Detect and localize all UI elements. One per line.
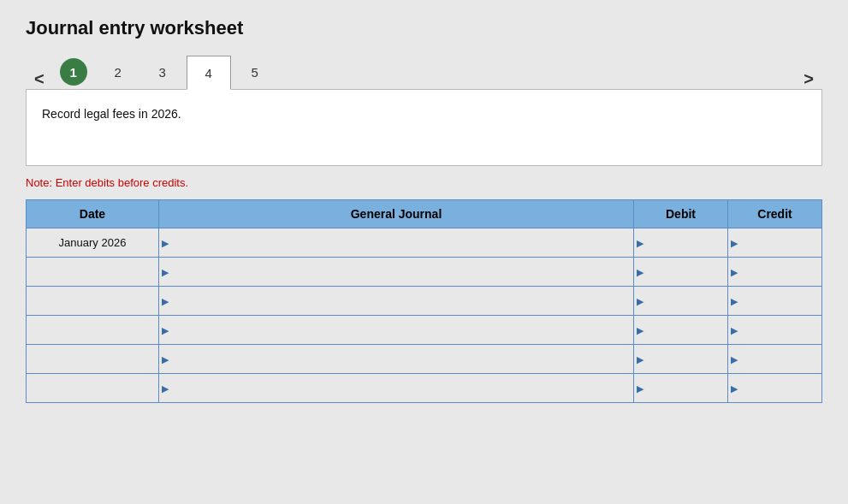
- credit-cell-4[interactable]: ▶: [728, 345, 822, 374]
- debit-input-2[interactable]: [637, 287, 724, 315]
- date-cell-5: [27, 374, 159, 403]
- journal-cell-0[interactable]: ▶: [159, 228, 634, 258]
- credit-arrow-1: ▶: [731, 266, 738, 277]
- journal-arrow-0: ▶: [162, 237, 169, 248]
- journal-cell-1[interactable]: ▶: [159, 258, 634, 287]
- journal-input-0[interactable]: [163, 228, 630, 257]
- tab-3[interactable]: 3: [142, 55, 183, 89]
- debit-input-5[interactable]: [637, 374, 724, 402]
- debit-cell-5[interactable]: ▶: [634, 374, 728, 403]
- header-credit: Credit: [728, 200, 822, 228]
- credit-arrow-2: ▶: [731, 295, 738, 306]
- date-cell-2: [27, 287, 159, 316]
- table-header-row: Date General Journal Debit Credit: [27, 200, 822, 228]
- debit-cell-3[interactable]: ▶: [634, 316, 728, 345]
- header-journal: General Journal: [159, 200, 634, 228]
- credit-arrow-4: ▶: [731, 353, 738, 365]
- debit-input-1[interactable]: [637, 258, 724, 286]
- tab-5[interactable]: 5: [234, 55, 276, 89]
- debit-cell-0[interactable]: ▶: [634, 228, 728, 258]
- credit-input-1[interactable]: [732, 258, 818, 286]
- date-cell-1: [27, 258, 159, 287]
- table-row: ▶▶▶: [27, 374, 822, 403]
- journal-arrow-5: ▶: [162, 382, 169, 394]
- header-date: Date: [27, 200, 159, 228]
- credit-cell-1[interactable]: ▶: [728, 258, 822, 287]
- note-text: Note: Enter debits before credits.: [26, 176, 822, 189]
- credit-cell-3[interactable]: ▶: [728, 316, 822, 345]
- journal-cell-4[interactable]: ▶: [159, 345, 634, 374]
- header-debit: Debit: [634, 200, 728, 228]
- journal-arrow-1: ▶: [162, 266, 169, 277]
- debit-arrow-1: ▶: [637, 266, 643, 277]
- credit-input-2[interactable]: [732, 287, 818, 315]
- credit-input-4[interactable]: [732, 345, 818, 373]
- debit-input-3[interactable]: [637, 316, 724, 344]
- journal-arrow-4: ▶: [162, 353, 169, 365]
- journal-arrow-3: ▶: [162, 324, 169, 335]
- date-cell-3: [27, 316, 159, 345]
- journal-input-5[interactable]: [163, 374, 630, 402]
- table-row: ▶▶▶: [27, 345, 822, 374]
- journal-cell-5[interactable]: ▶: [159, 374, 634, 403]
- journal-cell-3[interactable]: ▶: [159, 316, 634, 345]
- debit-arrow-5: ▶: [637, 382, 643, 394]
- next-arrow[interactable]: >: [795, 69, 822, 89]
- credit-cell-5[interactable]: ▶: [728, 374, 822, 403]
- debit-cell-1[interactable]: ▶: [634, 258, 728, 287]
- debit-cell-4[interactable]: ▶: [634, 345, 728, 374]
- debit-input-0[interactable]: [637, 228, 724, 257]
- credit-input-5[interactable]: [732, 374, 818, 402]
- debit-arrow-0: ▶: [637, 237, 643, 248]
- tabs-area: 1 2 3 4 5: [53, 55, 796, 89]
- tab-1[interactable]: 1: [53, 55, 94, 89]
- debit-arrow-3: ▶: [637, 324, 643, 335]
- journal-cell-2[interactable]: ▶: [159, 287, 634, 316]
- credit-input-3[interactable]: [732, 316, 818, 344]
- description-box: Record legal fees in 2026.: [26, 89, 822, 166]
- date-cell-4: [27, 345, 159, 374]
- debit-cell-2[interactable]: ▶: [634, 287, 728, 316]
- journal-input-1[interactable]: [163, 258, 630, 286]
- credit-cell-2[interactable]: ▶: [728, 287, 822, 316]
- credit-input-0[interactable]: [732, 228, 818, 257]
- journal-arrow-2: ▶: [162, 295, 169, 306]
- journal-input-3[interactable]: [163, 316, 630, 344]
- credit-arrow-0: ▶: [731, 237, 738, 248]
- journal-table: Date General Journal Debit Credit Januar…: [26, 199, 822, 403]
- page-title: Journal entry worksheet: [26, 17, 822, 39]
- debit-input-4[interactable]: [637, 345, 724, 373]
- tab-2[interactable]: 2: [98, 55, 139, 89]
- credit-arrow-3: ▶: [731, 324, 738, 335]
- table-row: ▶▶▶: [27, 258, 822, 287]
- table-row: ▶▶▶: [27, 316, 822, 345]
- tabs-navigation: < 1 2 3 4 5 >: [26, 55, 822, 89]
- credit-cell-0[interactable]: ▶: [728, 228, 822, 258]
- prev-arrow[interactable]: <: [26, 69, 53, 89]
- credit-arrow-5: ▶: [731, 382, 738, 394]
- tab-1-circle: 1: [60, 58, 87, 86]
- table-row: January 2026▶▶▶: [27, 228, 822, 258]
- table-row: ▶▶▶: [27, 287, 822, 316]
- journal-input-2[interactable]: [163, 287, 630, 315]
- description-text: Record legal fees in 2026.: [42, 107, 806, 121]
- journal-input-4[interactable]: [163, 345, 630, 373]
- debit-arrow-2: ▶: [637, 295, 643, 306]
- debit-arrow-4: ▶: [637, 353, 643, 365]
- tab-4[interactable]: 4: [187, 56, 231, 90]
- date-cell-0: January 2026: [27, 228, 159, 258]
